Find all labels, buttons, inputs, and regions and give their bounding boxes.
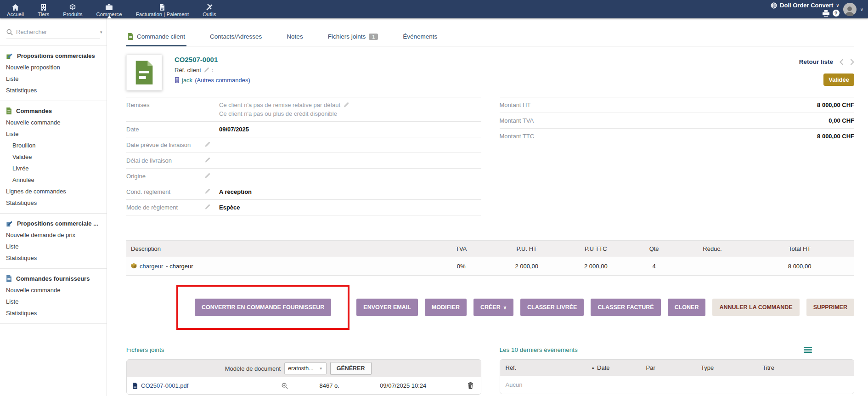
convert-to-supplier-order-button[interactable]: CONVERTIR EN COMMANDE FOURNISSEUR	[195, 299, 331, 316]
sidebar-item-nouvelle-proposition[interactable]: Nouvelle proposition	[0, 62, 107, 73]
classify-delivered-button[interactable]: CLASSER LIVRÉE	[520, 299, 584, 316]
tab-evenements[interactable]: Événements	[401, 33, 439, 46]
sidebar-item-nouvelle-commande[interactable]: Nouvelle commande	[0, 117, 107, 128]
delete-button[interactable]: SUPPRIMER	[806, 299, 854, 316]
sidebar-item-lignes-de-commandes[interactable]: Lignes de commandes	[0, 186, 107, 197]
order-document-icon	[134, 60, 154, 85]
tab-notes[interactable]: Notes	[285, 33, 304, 46]
section-title-propositions-fournisseur[interactable]: Propositions commerciale ...	[0, 217, 107, 229]
events-empty-row: Aucun	[500, 376, 854, 394]
clone-button[interactable]: CLONER	[668, 299, 706, 316]
section-title-commandes-fournisseurs[interactable]: Commandes fournisseurs	[0, 272, 107, 284]
tab-commande-client[interactable]: Commande client	[126, 33, 186, 46]
edit-pencil-icon[interactable]	[204, 200, 219, 215]
edit-pencil-icon[interactable]	[204, 184, 219, 200]
edit-pencil-icon[interactable]	[343, 102, 349, 108]
topmenu-commerce[interactable]: Commerce	[89, 0, 129, 18]
field-value-mode: Espèce	[219, 200, 481, 215]
tools-icon	[206, 4, 213, 11]
sidebar-item-liste[interactable]: Liste	[0, 128, 107, 140]
document-model-select[interactable]: eratosth... ▼	[284, 362, 327, 374]
send-email-button[interactable]: ENVOYER EMAIL	[356, 299, 418, 316]
file-link[interactable]: CO2507-0001.pdf	[141, 382, 188, 389]
preview-magnifier-icon[interactable]	[270, 383, 300, 389]
next-record-icon[interactable]	[850, 59, 854, 65]
tab-contacts-adresses[interactable]: Contacts/Adresses	[209, 33, 263, 46]
line-total-ht: 8 000,00	[745, 257, 854, 276]
app-menu[interactable]: Doli Order Convert ∨	[771, 2, 840, 9]
other-orders-link[interactable]: (Autres commandes)	[195, 77, 250, 84]
sidebar-item-liste[interactable]: Liste	[0, 73, 107, 85]
classify-billed-button[interactable]: CLASSER FACTURÉ	[591, 299, 660, 316]
trash-icon[interactable]	[448, 382, 475, 389]
previous-record-icon[interactable]	[840, 59, 844, 65]
topmenu-accueil[interactable]: Accueil	[0, 0, 31, 18]
modify-button[interactable]: MODIFIER	[425, 299, 467, 316]
supplier-order-file-icon	[6, 275, 12, 282]
amount-label: Montant TVA	[500, 113, 671, 129]
col-par[interactable]: Par	[646, 364, 701, 371]
document-banner: CO2507-0001 Réf. client : jack (Autres c…	[126, 55, 854, 91]
topmenu-produits[interactable]: Produits	[56, 0, 89, 18]
edit-pencil-icon[interactable]	[203, 67, 209, 73]
sidebar-item-liste[interactable]: Liste	[0, 241, 107, 252]
create-dropdown-button[interactable]: CRÉER∨	[473, 299, 513, 316]
search-icon	[6, 29, 13, 35]
edit-pencil-icon[interactable]	[204, 169, 219, 184]
events-header-row: Réf. ▲ Date Par Type Titre	[500, 360, 854, 376]
search-input[interactable]	[16, 28, 97, 35]
tab-label: Commande client	[137, 33, 185, 40]
sidebar-item-liste[interactable]: Liste	[0, 296, 107, 307]
help-icon[interactable]: ?	[833, 10, 840, 17]
sidebar-item-nouvelle-demande-de-prix[interactable]: Nouvelle demande de prix	[0, 229, 107, 241]
thirdparty-building-icon	[175, 77, 180, 83]
supplier-proposal-pencil-icon	[6, 221, 13, 227]
amount-value-ttc: 8 000,00 CHF	[671, 129, 854, 144]
print-icon[interactable]	[823, 10, 829, 17]
topmenu-label: Outils	[203, 11, 216, 17]
menu-hamburger-icon[interactable]	[804, 347, 812, 353]
col-date[interactable]: Date	[597, 364, 609, 371]
amount-value-ht: 8 000,00 CHF	[671, 97, 854, 113]
sidebar-item-statistiques[interactable]: Statistiques	[0, 252, 107, 264]
sidebar-item-statistiques[interactable]: Statistiques	[0, 197, 107, 209]
avatar[interactable]	[843, 3, 857, 16]
lines-header-row: Description TVA P.U. HT P.U TTC Qté Rédu…	[126, 241, 854, 257]
col-titre[interactable]: Titre	[762, 364, 848, 371]
topmenu-facturation[interactable]: Facturation | Paiement	[129, 0, 196, 18]
attached-files-panel: Fichiers joints Modèle de document erato…	[126, 346, 481, 395]
edit-pencil-icon[interactable]	[204, 153, 219, 169]
sidebar-item-nouvelle-commande[interactable]: Nouvelle commande	[0, 284, 107, 296]
topmenu-label: Tiers	[38, 11, 49, 17]
thirdparty-link[interactable]: jack	[182, 77, 192, 84]
topmenu-outils[interactable]: Outils	[196, 0, 223, 18]
amount-label: Montant TTC	[500, 129, 671, 144]
order-file-icon	[6, 107, 12, 114]
back-to-list-link[interactable]: Retour liste	[799, 58, 833, 65]
section-title-commandes[interactable]: Commandes	[0, 105, 107, 117]
cancel-order-button[interactable]: ANNULER LA COMMANDE	[712, 299, 799, 316]
pdf-file-icon	[132, 383, 138, 389]
sidebar-item-validee[interactable]: Validée	[0, 151, 107, 163]
tab-fichiers-joints[interactable]: Fichiers joints 1	[327, 33, 380, 46]
sidebar-item-livree[interactable]: Livrée	[0, 163, 107, 174]
section-title-propositions[interactable]: Propositions commerciales	[0, 50, 107, 62]
edit-pencil-icon[interactable]	[204, 137, 219, 153]
sidebar-item-statistiques[interactable]: Statistiques	[0, 307, 107, 319]
col-type[interactable]: Type	[701, 364, 762, 371]
sidebar-search: ▾	[6, 28, 100, 39]
sidebar-item-annulee[interactable]: Annulée	[0, 174, 107, 186]
field-label: Cond. règlement	[126, 184, 204, 200]
section-title-label: Commandes	[16, 107, 52, 114]
topmenu-tiers[interactable]: Tiers	[31, 0, 56, 18]
col-ref[interactable]: Réf.	[506, 364, 592, 371]
search-dropdown-caret[interactable]: ▾	[100, 30, 102, 34]
file-row: CO2507-0001.pdf 8467 o. 09/07/2025 10:24	[127, 377, 481, 394]
col-pu-ht: P.U. HT	[490, 241, 564, 257]
generate-button[interactable]: GÉNÉRER	[330, 362, 372, 375]
field-row-remises: Remises Ce client n'a pas de remise rela…	[126, 97, 481, 122]
sidebar-item-brouillon[interactable]: Brouillon	[0, 140, 107, 151]
product-link[interactable]: chargeur	[140, 263, 163, 270]
sidebar-item-statistiques[interactable]: Statistiques	[0, 85, 107, 96]
file-size: 8467 o.	[300, 382, 359, 389]
